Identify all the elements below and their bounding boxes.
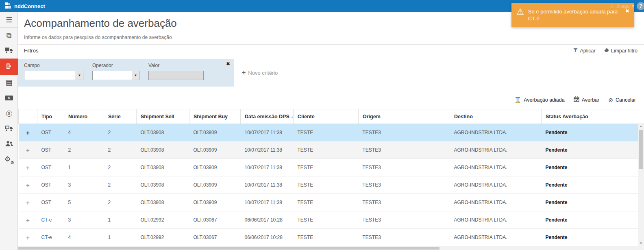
cell-serie: 1	[104, 229, 137, 246]
toast-message: Só é permitido averbação adiada para CT-…	[528, 7, 621, 22]
cell-status-averbacao: Pendente	[542, 194, 638, 211]
filter-criteria-row: Campo ▼ Operador ▼ Valor ✖ + Novo	[18, 59, 644, 87]
col-serie[interactable]: Série	[104, 109, 137, 124]
cell-tipo: CT-e	[37, 211, 64, 229]
plus-icon: +	[242, 69, 246, 76]
cell-shipment-buy: OLT.03909	[189, 124, 241, 141]
cell-shipment-sell: OLT.02992	[137, 229, 189, 246]
field-criterion: Campo ▼	[24, 63, 83, 80]
sidebar-item-delivery[interactable]	[0, 121, 18, 137]
cell-destino: AGRO-INDSTRIA LTDA.	[450, 141, 542, 159]
cell-shipment-sell: OLT.03908	[137, 194, 189, 211]
value-criterion: Valor	[148, 63, 204, 80]
expand-row-button[interactable]: +	[19, 211, 37, 229]
cell-data-emissao-dps: 06/06/2017 10:28	[241, 229, 294, 246]
delivery-truck-icon	[5, 125, 13, 133]
cell-serie: 2	[104, 194, 137, 211]
table-row[interactable]: +OST42OLT.03908OLT.0390910/07/2017 11:38…	[19, 124, 638, 141]
horizontal-scrollbar[interactable]	[18, 246, 638, 250]
operator-select[interactable]	[92, 71, 139, 80]
col-status-averbacao[interactable]: Status Averbação	[542, 109, 638, 124]
expand-row-button[interactable]: +	[19, 229, 37, 246]
apply-filter-button[interactable]: Aplicar	[573, 48, 595, 54]
col-tipo[interactable]: Tipo	[37, 109, 64, 124]
calendar-check-icon	[574, 96, 579, 103]
banknote-icon: $	[5, 96, 13, 100]
expand-row-button[interactable]: +	[19, 194, 37, 211]
table-row[interactable]: +CT-e31OLT.02992OLT.0306706/06/2017 10:2…	[19, 211, 638, 229]
users-icon	[5, 141, 13, 148]
cell-tipo: OST	[37, 176, 64, 194]
funnel-icon	[573, 48, 578, 54]
expand-row-button[interactable]: +	[19, 176, 37, 194]
cell-numero: 1	[64, 159, 104, 176]
col-numero[interactable]: Número	[64, 109, 104, 124]
sidebar-item-menu[interactable]: ☰	[0, 12, 18, 28]
horizontal-scroll-thumb[interactable]	[18, 247, 439, 250]
table-row[interactable]: +OST22OLT.03908OLT.0390910/07/2017 11:38…	[19, 141, 638, 159]
help-button[interactable]: ?	[637, 2, 644, 10]
sidebar-item-averbacao[interactable]	[0, 59, 18, 75]
averbacao-adiada-button[interactable]: ⌛ Averbação adiada	[514, 97, 565, 103]
field-select[interactable]	[24, 71, 83, 80]
scroll-up-icon[interactable]: ▲	[638, 123, 644, 129]
cell-data-emissao-dps: 06/06/2017 10:28	[241, 211, 294, 229]
copy-pages-icon: ⧉	[7, 32, 12, 39]
user-menu[interactable]: thiago ▾	[609, 3, 634, 9]
table-row[interactable]: +OST32OLT.03908OLT.0390910/07/2017 11:38…	[19, 176, 638, 194]
cell-origem: TESTE3	[359, 176, 450, 194]
cell-tipo: OST	[37, 141, 64, 159]
cell-shipment-sell: OLT.03908	[137, 159, 189, 176]
expand-row-button[interactable]: +	[19, 124, 37, 141]
col-shipment-buy[interactable]: Shipment Buy	[189, 109, 241, 124]
sidebar-item-billing[interactable]: $	[0, 90, 18, 106]
table-row[interactable]: +OST52OLT.03908OLT.0390910/07/2017 11:38…	[19, 194, 638, 211]
warning-icon: ⚠	[516, 7, 524, 16]
cell-data-emissao-dps: 10/07/2017 11:38	[241, 159, 294, 176]
clear-filter-button[interactable]: Limpar filtro	[604, 48, 637, 54]
results-table: TipoNúmeroSérieShipment SellShipment Buy…	[18, 109, 638, 246]
vertical-scrollbar[interactable]: ▲ ▼	[638, 123, 644, 246]
table-row[interactable]: +OST12OLT.03908OLT.0390910/07/2017 11:38…	[19, 159, 638, 176]
cancelar-button[interactable]: ⊘ Cancelar	[608, 97, 636, 103]
cell-data-emissao-dps: 10/07/2017 11:38	[241, 176, 294, 194]
expand-row-button[interactable]: +	[19, 141, 37, 159]
cell-status-averbacao: Pendente	[542, 229, 638, 246]
col-data-emissao-dps[interactable]: Data emissão DPS ↓	[241, 109, 294, 124]
scroll-down-icon[interactable]: ▼	[638, 240, 644, 246]
table-row[interactable]: +CT-e41OLT.02992OLT.0306706/06/2017 10:2…	[19, 229, 638, 246]
sidebar-item-transport[interactable]	[0, 43, 18, 59]
vertical-scroll-thumb[interactable]	[639, 130, 643, 169]
brand-logo-icon	[5, 2, 12, 10]
remove-criterion-icon[interactable]: ✖	[226, 61, 230, 67]
col-cliente[interactable]: Cliente	[294, 109, 359, 124]
col-destino[interactable]: Destino	[450, 109, 542, 124]
cell-destino: AGRO-INDSTRIA LTDA.	[450, 176, 542, 194]
averbar-button[interactable]: Averbar	[574, 96, 600, 103]
hourglass-icon: ⌛	[514, 97, 521, 103]
sidebar-item-settings[interactable]: ⚙ ⚙	[0, 152, 18, 167]
cell-data-emissao-dps: 10/07/2017 11:38	[241, 141, 294, 159]
col-origem[interactable]: Origem	[359, 109, 450, 124]
chevron-down-icon: ▾	[632, 3, 634, 9]
gears-icon: ⚙ ⚙	[4, 156, 13, 164]
cancel-icon: ⊘	[608, 97, 613, 103]
cell-destino: AGRO-INDSTRIA LTDA.	[450, 229, 542, 246]
sidebar-item-finance[interactable]: $	[0, 106, 18, 121]
sidebar-item-document[interactable]: ▤	[0, 75, 18, 90]
cell-serie: 2	[104, 124, 137, 141]
value-input[interactable]	[148, 71, 204, 80]
cell-serie: 2	[104, 176, 137, 194]
operator-criterion: Operador ▼	[92, 63, 139, 80]
menu-icon: ☰	[6, 16, 12, 24]
cell-shipment-buy: OLT.03909	[189, 159, 241, 176]
cell-cliente: TESTE	[294, 194, 359, 211]
sidebar-item-users[interactable]	[0, 137, 18, 152]
expand-row-button[interactable]: +	[19, 159, 37, 176]
sidebar-item-documents[interactable]: ⧉	[0, 28, 18, 43]
cell-shipment-buy: OLT.03909	[189, 176, 241, 194]
cell-status-averbacao: Pendente	[542, 211, 638, 229]
col-shipment-sell[interactable]: Shipment Sell	[137, 109, 189, 124]
new-criteria-button[interactable]: + Novo critério	[242, 69, 278, 76]
cell-serie: 2	[104, 159, 137, 176]
